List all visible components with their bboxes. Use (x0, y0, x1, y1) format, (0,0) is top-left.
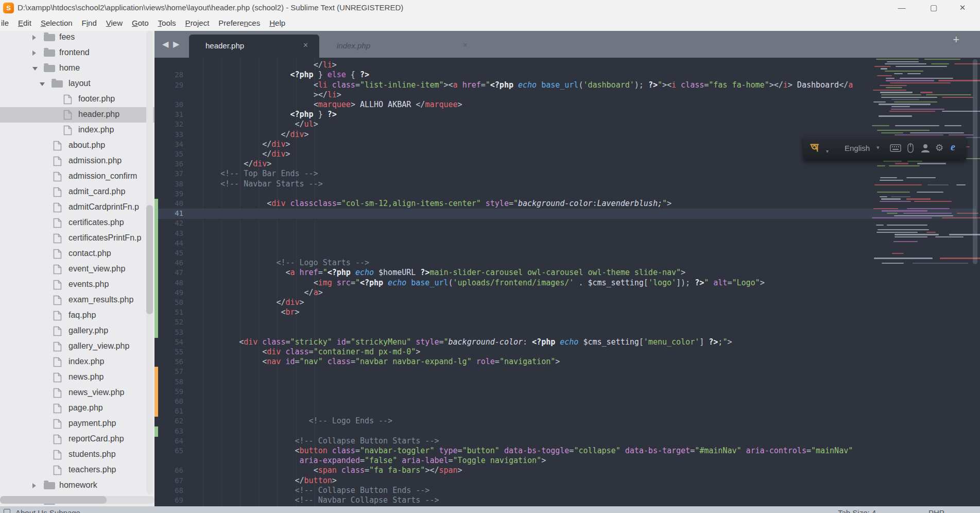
chevron-right-icon[interactable] (32, 35, 36, 40)
sidebar-item-certificatesPrintFn-p[interactable]: certificatesPrintFn.p (0, 231, 154, 246)
sidebar-item-teachers-php[interactable]: teachers.php (0, 463, 154, 478)
folder-icon (44, 49, 55, 57)
avro-dropdown-icon[interactable]: ▾ (826, 148, 829, 154)
sidebar-item-event_view-php[interactable]: event_view.php (0, 262, 154, 277)
sidebar-item-admission-php[interactable]: admission.php (0, 153, 154, 169)
avro-bengali-letter[interactable]: অ (811, 140, 818, 155)
sidebar-item-label: events.php (68, 280, 109, 289)
sidebar-item-about-php[interactable]: about.php (0, 138, 154, 153)
sidebar-item-label: payment.php (68, 419, 116, 428)
language-dropdown-icon[interactable]: ▾ (876, 144, 880, 151)
sidebar-item-news-php[interactable]: news.php (0, 370, 154, 385)
tab-close-icon[interactable]: × (463, 41, 468, 50)
sidebar-item-reportCard-php[interactable]: reportCard.php (0, 432, 154, 447)
status-tab-size[interactable]: Tab Size: 4 (838, 508, 876, 513)
code-line: 38<!-- Navbar Starts --> (154, 179, 980, 190)
menu-item-find[interactable]: Find (77, 16, 101, 27)
sidebar-item-events-php[interactable]: events.php (0, 277, 154, 293)
sidebar-folder-homework[interactable]: homework (0, 478, 154, 493)
maximize-button[interactable]: ▢ (919, 0, 948, 16)
code-editor[interactable]: </li>28 <?php } else { ?>29 <li class="l… (154, 58, 980, 506)
gear-icon[interactable]: ⚙ (935, 142, 943, 153)
tab-header-php[interactable]: header.php× (189, 35, 319, 58)
line-number: 46 (154, 258, 183, 268)
chevron-down-icon[interactable] (32, 67, 38, 71)
code-line-text: <!-- Logo Ends --> (220, 416, 392, 426)
new-tab-button[interactable]: + (953, 33, 959, 46)
menu-item-tools[interactable]: Tools (153, 16, 181, 27)
tab-index-php[interactable]: index.php× (320, 35, 479, 58)
line-number: 58 (154, 377, 183, 387)
sidebar-item-admitCardprintFn-p[interactable]: admitCardprintFn.p (0, 200, 154, 215)
chevron-right-icon[interactable] (32, 483, 36, 488)
minimap-line (876, 59, 919, 60)
sidebar-item-label: admitCardprintFn.p (68, 202, 139, 212)
menu-item-edit[interactable]: Edit (13, 16, 36, 27)
menu-item-ile[interactable]: ile (0, 16, 13, 27)
code-line-text: </div> (220, 159, 271, 169)
file-tree-sidebar[interactable]: feesfrontendhomelayoutfooter.phpheader.p… (0, 31, 154, 506)
minimap-line (882, 263, 904, 264)
sidebar-item-index-php[interactable]: index.php (0, 354, 154, 370)
code-line: 58 (154, 377, 980, 387)
code-line: 30 <marquee> ALLHO AKBAR </marquee> (154, 100, 980, 110)
menu-item-help[interactable]: Help (265, 16, 290, 27)
editor-vscroll-thumb[interactable] (973, 59, 977, 264)
sidebar-item-contact-php[interactable]: contact.php (0, 246, 154, 262)
minimap-line (881, 198, 901, 199)
sidebar-folder-home[interactable]: home (0, 61, 154, 76)
tab-close-icon[interactable]: × (303, 41, 308, 50)
avro-language-bar[interactable]: অ ▾ English ▾ ⚙ e (803, 136, 966, 160)
status-syntax[interactable]: PHP (929, 508, 944, 513)
sidebar-vscroll-thumb[interactable] (146, 205, 153, 314)
sidebar-item-header-php[interactable]: header.php (0, 107, 154, 123)
sidebar-folder-layout[interactable]: layout (0, 76, 154, 92)
sidebar-item-payment-php[interactable]: payment.php (0, 416, 154, 432)
minimap-line (886, 87, 902, 88)
sidebar-item-admission_confirm[interactable]: admission_confirm (0, 169, 154, 184)
sidebar-folder-fees[interactable]: fees (0, 31, 154, 45)
menu-item-view[interactable]: View (101, 16, 127, 27)
sidebar-item-students-php[interactable]: students.php (0, 447, 154, 463)
minimap-line (886, 80, 934, 81)
sidebar-item-news_view-php[interactable]: news_view.php (0, 385, 154, 401)
minimize-button[interactable]: — (887, 0, 916, 16)
menu-item-preferences[interactable]: Preferences (214, 16, 265, 27)
chevron-right-icon[interactable] (32, 50, 36, 56)
chevron-down-icon[interactable] (40, 82, 45, 86)
avro-e-icon[interactable]: e (951, 141, 955, 153)
minimap-line (881, 97, 937, 98)
sidebar-item-certificates-php[interactable]: certificates.php (0, 215, 154, 231)
sidebar-folder-frontend[interactable]: frontend (0, 45, 154, 61)
menu-item-goto[interactable]: Goto (127, 16, 153, 27)
sidebar-hscroll-thumb[interactable] (0, 496, 107, 504)
menu-item-selection[interactable]: Selection (36, 16, 77, 27)
sidebar-item-gallery-php[interactable]: gallery.php (0, 323, 154, 339)
file-icon (53, 403, 62, 416)
minimap[interactable] (869, 59, 970, 265)
minimap-line (890, 82, 951, 83)
sidebar-item-admit_card-php[interactable]: admit_card.php (0, 184, 154, 200)
keyboard-icon[interactable] (890, 144, 901, 155)
file-icon (53, 341, 62, 354)
code-line: 68 <!-- Collapse Button Ends --> (154, 486, 980, 496)
code-line-text: <div class="container-md px-md-0"> (220, 347, 420, 357)
minimap-line (906, 198, 930, 199)
user-icon[interactable] (921, 143, 930, 155)
close-button[interactable]: ✕ (948, 0, 977, 16)
nav-back-icon[interactable]: ◀ (162, 39, 168, 49)
nav-forward-icon[interactable]: ▶ (173, 39, 179, 49)
sidebar-item-faq-php[interactable]: faq.php (0, 308, 154, 323)
language-label[interactable]: English (845, 144, 870, 152)
mouse-icon[interactable] (907, 143, 914, 155)
sidebar-item-exam_results-php[interactable]: exam_results.php (0, 293, 154, 308)
sidebar-item-index-php[interactable]: index.php (0, 123, 154, 138)
code-line: 50 </div> (154, 298, 980, 308)
sidebar-item-page-php[interactable]: page.php (0, 401, 154, 416)
sidebar-item-footer-php[interactable]: footer.php (0, 92, 154, 107)
sidebar-item-gallery_view-php[interactable]: gallery_view.php (0, 339, 154, 354)
sidebar-item-label: index.php (68, 357, 104, 366)
code-line: 51 <br> (154, 307, 980, 318)
menu-item-project[interactable]: Project (181, 16, 214, 27)
minimap-line (880, 180, 904, 181)
